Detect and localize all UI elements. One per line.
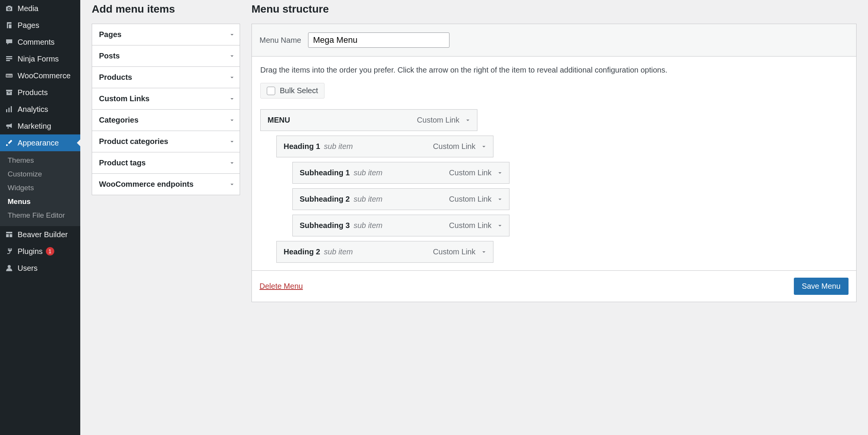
menu-name-label: Menu Name (260, 36, 301, 45)
bulk-select-button[interactable]: Bulk Select (260, 83, 324, 99)
accordion-item-custom-links[interactable]: Custom Links (92, 88, 240, 110)
accordion-item-products[interactable]: Products (92, 67, 240, 88)
menu-item-subtitle: sub item (354, 168, 383, 177)
structure-heading: Menu structure (251, 3, 857, 15)
menu-item[interactable]: Subheading 3sub itemCustom Link (292, 215, 509, 236)
chevron-down-icon[interactable] (466, 118, 470, 123)
sidebar-item-marketing[interactable]: Marketing (0, 118, 80, 134)
svg-rect-9 (6, 234, 9, 237)
sidebar-item-ninja-forms[interactable]: Ninja Forms (0, 50, 80, 67)
svg-rect-5 (6, 109, 7, 112)
menu-item-subtitle: sub item (354, 195, 383, 204)
camera-icon (5, 4, 14, 13)
menu-tree: MENUCustom LinkHeading 1sub itemCustom L… (260, 109, 848, 263)
sidebar-item-products[interactable]: Products (0, 84, 80, 101)
sidebar-item-woocommerce[interactable]: WooWooCommerce (0, 67, 80, 84)
delete-menu-link[interactable]: Delete Menu (260, 282, 303, 291)
menu-item[interactable]: Heading 2sub itemCustom Link (276, 241, 493, 263)
accordion-item-pages[interactable]: Pages (92, 24, 240, 45)
svg-rect-1 (6, 58, 12, 59)
chevron-down-icon[interactable] (498, 171, 502, 175)
chevron-down-icon (230, 139, 234, 144)
drag-help-text: Drag the items into the order you prefer… (260, 64, 848, 76)
chevron-down-icon (230, 32, 234, 37)
comment-icon (5, 37, 14, 47)
add-items-heading: Add menu items (92, 3, 240, 15)
menu-item[interactable]: Subheading 1sub itemCustom Link (292, 162, 509, 184)
page-icon (5, 21, 14, 30)
admin-sidebar: MediaPagesCommentsNinja FormsWooWooComme… (0, 0, 80, 435)
menu-name-input[interactable] (308, 32, 449, 48)
sidebar-item-pages[interactable]: Pages (0, 17, 80, 34)
sidebar-item-analytics[interactable]: Analytics (0, 101, 80, 118)
menu-item-title: Heading 1 (284, 142, 320, 151)
sidebar-item-plugins[interactable]: Plugins1 (0, 243, 80, 260)
svg-rect-6 (8, 108, 10, 112)
woo-icon: Woo (5, 71, 14, 80)
sidebar-item-beaver-builder[interactable]: Beaver Builder (0, 226, 80, 243)
accordion-item-posts[interactable]: Posts (92, 45, 240, 67)
menu-item[interactable]: Subheading 2sub itemCustom Link (292, 188, 509, 210)
sidebar-item-label: Ninja Forms (18, 55, 59, 63)
sidebar-item-label: Appearance (18, 139, 59, 147)
menu-item-subtitle: sub item (354, 221, 383, 230)
sidebar-item-media[interactable]: Media (0, 0, 80, 17)
panel-footer: Delete Menu Save Menu (252, 270, 856, 302)
submenu-item-menus[interactable]: Menus (0, 195, 80, 209)
chevron-down-icon[interactable] (498, 197, 502, 202)
sidebar-item-label: Media (18, 4, 38, 13)
sidebar-item-label: Marketing (18, 122, 51, 131)
chevron-down-icon (230, 118, 234, 123)
accordion-item-woocommerce-endpoints[interactable]: WooCommerce endpoints (92, 174, 240, 195)
sidebar-item-comments[interactable]: Comments (0, 34, 80, 50)
menu-item-subtitle: sub item (324, 142, 353, 151)
sidebar-item-label: Comments (18, 38, 55, 47)
chevron-down-icon[interactable] (482, 250, 486, 254)
archive-icon (5, 88, 14, 97)
menu-item[interactable]: MENUCustom Link (260, 109, 477, 131)
svg-rect-0 (6, 56, 12, 57)
add-items-accordion: PagesPostsProductsCustom LinksCategories… (92, 24, 240, 195)
submenu-item-widgets[interactable]: Widgets (0, 181, 80, 195)
submenu-item-themes[interactable]: Themes (0, 154, 80, 167)
svg-rect-7 (11, 106, 12, 112)
chevron-down-icon[interactable] (498, 223, 502, 228)
menu-item-title: MENU (268, 116, 290, 125)
accordion-item-categories[interactable]: Categories (92, 110, 240, 131)
main-content: Add menu items PagesPostsProductsCustom … (80, 0, 868, 435)
submenu-item-customize[interactable]: Customize (0, 167, 80, 181)
appearance-submenu: ThemesCustomizeWidgetsMenusTheme File Ed… (0, 151, 80, 226)
menu-item-type: Custom Link (449, 221, 492, 230)
sidebar-item-label: Pages (18, 21, 39, 30)
chevron-down-icon (230, 97, 234, 101)
bars-icon (5, 105, 14, 114)
chevron-down-icon[interactable] (482, 144, 486, 149)
menu-item[interactable]: Heading 1sub itemCustom Link (276, 136, 493, 157)
chevron-down-icon (230, 161, 234, 165)
sidebar-item-label: Analytics (18, 105, 48, 114)
sidebar-item-appearance[interactable]: Appearance (0, 134, 80, 151)
svg-text:Woo: Woo (6, 74, 12, 77)
menu-item-title: Subheading 2 (300, 195, 350, 204)
accordion-item-product-tags[interactable]: Product tags (92, 152, 240, 174)
bulk-select-checkbox[interactable] (267, 87, 275, 95)
submenu-item-theme-file-editor[interactable]: Theme File Editor (0, 209, 80, 222)
accordion-item-product-categories[interactable]: Product categories (92, 131, 240, 152)
menu-item-type: Custom Link (449, 195, 492, 204)
sidebar-item-label: WooCommerce (18, 71, 71, 80)
menu-item-title: Subheading 1 (300, 168, 350, 177)
save-menu-button[interactable]: Save Menu (794, 278, 849, 295)
menu-item-type: Custom Link (433, 247, 475, 256)
svg-point-11 (8, 265, 11, 268)
sidebar-item-label: Plugins (18, 247, 43, 256)
plug-icon (5, 247, 14, 256)
menu-structure-panel: Menu Name Drag the items into the order … (251, 24, 857, 302)
menu-item-type: Custom Link (433, 142, 475, 151)
panel-header: Menu Name (252, 24, 856, 57)
menu-item-title: Heading 2 (284, 247, 320, 256)
chevron-down-icon (230, 182, 234, 187)
sidebar-item-users[interactable]: Users (0, 260, 80, 277)
menu-item-title: Subheading 3 (300, 221, 350, 230)
sidebar-item-label: Users (18, 264, 37, 273)
megaphone-icon (5, 121, 14, 131)
